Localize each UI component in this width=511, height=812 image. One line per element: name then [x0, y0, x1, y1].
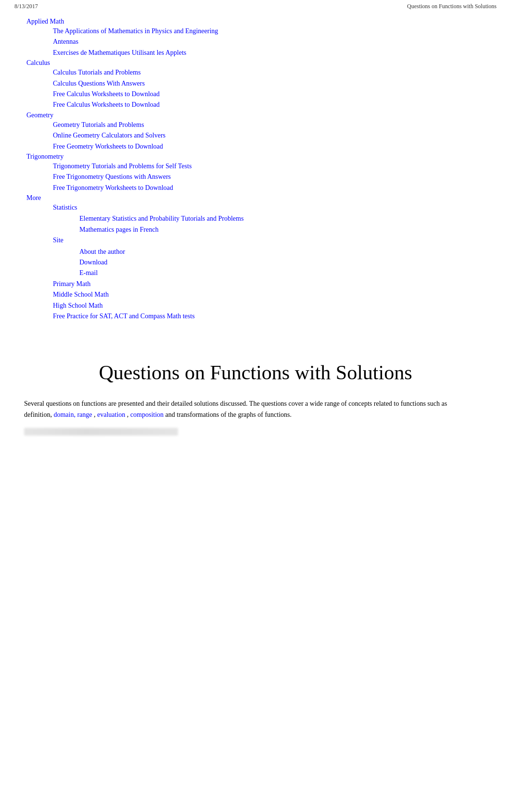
nav-more: More Statistics Elementary Statistics an… — [26, 194, 497, 322]
nav-geometry-items: Geometry Tutorials and Problems Online G… — [26, 120, 497, 152]
nav-trigonometry: Trigonometry Trigonometry Tutorials and … — [26, 153, 497, 193]
nav-link[interactable]: Online Geometry Calculators and Solvers — [53, 130, 497, 141]
date-label: 8/13/2017 — [14, 3, 38, 10]
nav-calculus-items: Calculus Tutorials and Problems Calculus… — [26, 67, 497, 111]
nav-applied-math: Applied Math The Applications of Mathema… — [26, 18, 497, 58]
top-bar: 8/13/2017 Questions on Functions with So… — [0, 0, 511, 13]
nav-trigonometry-link[interactable]: Trigonometry — [26, 153, 497, 161]
desc-text-2: , — [94, 411, 97, 418]
nav-link[interactable]: Primary Math — [53, 279, 497, 289]
nav-link[interactable]: Free Practice for SAT, ACT and Compass M… — [53, 311, 497, 322]
nav-link[interactable]: Free Calculus Worksheets to Download — [53, 89, 497, 100]
navigation: Applied Math The Applications of Mathema… — [0, 13, 511, 332]
nav-statistics-items: Elementary Statistics and Probability Tu… — [53, 213, 497, 235]
nav-calculus-link[interactable]: Calculus — [26, 59, 497, 67]
desc-text-4: and transformations of the graphs of fun… — [166, 411, 292, 418]
nav-link[interactable]: Elementary Statistics and Probability Tu… — [79, 213, 497, 224]
nav-geometry: Geometry Geometry Tutorials and Problems… — [26, 112, 497, 152]
nav-link[interactable]: Free Trigonometry Questions with Answers — [53, 172, 497, 182]
nav-link[interactable]: E-mail — [79, 268, 497, 278]
nav-link[interactable]: Calculus Questions With Answers — [53, 78, 497, 89]
nav-link[interactable]: Calculus Tutorials and Problems — [53, 67, 497, 78]
page-heading: Questions on Functions with Solutions — [24, 361, 487, 384]
main-content: Questions on Functions with Solutions Se… — [0, 332, 511, 455]
nav-applied-math-items: The Applications of Mathematics in Physi… — [26, 26, 497, 58]
domain-range-link[interactable]: domain, range — [53, 411, 92, 418]
nav-geometry-link[interactable]: Geometry — [26, 112, 497, 119]
nav-trigonometry-items: Trigonometry Tutorials and Problems for … — [26, 161, 497, 193]
description-paragraph: Several questions on functions are prese… — [24, 399, 457, 420]
nav-link[interactable]: Free Geometry Worksheets to Download — [53, 141, 497, 152]
nav-link[interactable]: Free Trigonometry Worksheets to Download — [53, 183, 497, 193]
nav-link[interactable]: The Applications of Mathematics in Physi… — [53, 26, 497, 37]
nav-link[interactable]: Exercises de Mathematiques Utilisant les… — [53, 48, 497, 58]
nav-link[interactable]: Middle School Math — [53, 289, 497, 300]
composition-link[interactable]: composition — [130, 411, 164, 418]
nav-link[interactable]: About the author — [79, 247, 497, 257]
blurred-content — [24, 428, 178, 436]
evaluation-link[interactable]: evaluation — [97, 411, 125, 418]
nav-statistics-container: Statistics Elementary Statistics and Pro… — [53, 202, 497, 235]
nav-link[interactable]: Free Calculus Worksheets to Download — [53, 100, 497, 110]
nav-site-link[interactable]: Site — [53, 235, 497, 246]
desc-text-3: , — [127, 411, 130, 418]
nav-more-link[interactable]: More — [26, 194, 497, 202]
nav-site-items: About the author Download E-mail — [53, 247, 497, 279]
nav-link[interactable]: Trigonometry Tutorials and Problems for … — [53, 161, 497, 172]
nav-more-items: Statistics Elementary Statistics and Pro… — [26, 202, 497, 322]
nav-site-container: Site About the author Download E-mail — [53, 235, 497, 279]
nav-link[interactable]: Geometry Tutorials and Problems — [53, 120, 497, 130]
nav-statistics-link[interactable]: Statistics — [53, 202, 497, 213]
nav-link[interactable]: High School Math — [53, 300, 497, 311]
nav-applied-math-link[interactable]: Applied Math — [26, 18, 497, 25]
page-title-bar: Questions on Functions with Solutions — [407, 3, 497, 10]
nav-calculus: Calculus Calculus Tutorials and Problems… — [26, 59, 497, 111]
nav-link[interactable]: Mathematics pages in French — [79, 225, 497, 235]
nav-link[interactable]: Antennas — [53, 37, 497, 47]
nav-link[interactable]: Download — [79, 257, 497, 268]
